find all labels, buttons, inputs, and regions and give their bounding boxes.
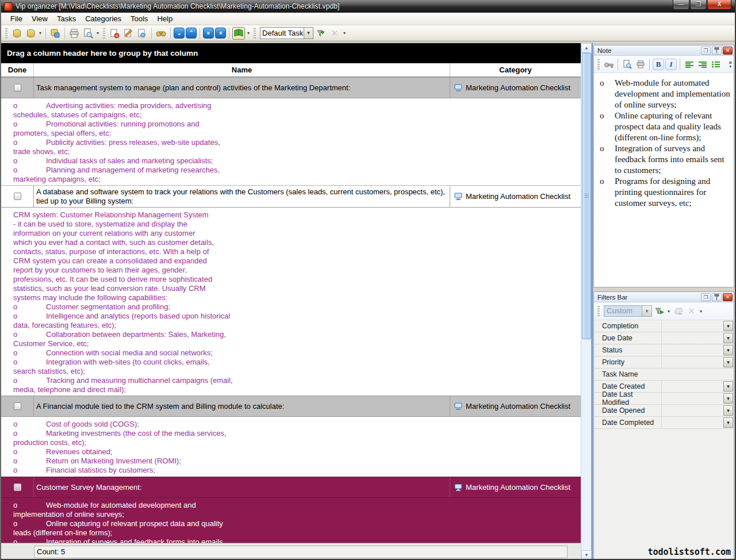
filter-value[interactable] — [662, 393, 723, 404]
filter-row-priority[interactable]: Priority ▼ — [594, 356, 734, 369]
done-checkbox[interactable] — [14, 84, 21, 91]
note-close-icon[interactable]: ✕ — [723, 47, 733, 55]
note-pin-icon[interactable] — [712, 47, 722, 55]
edit-task-icon[interactable] — [122, 27, 135, 40]
grid-vertical-scrollbar[interactable]: ▲ ▼ — [581, 43, 591, 560]
menu-view[interactable]: View — [27, 13, 52, 25]
scrollbar-thumb[interactable] — [582, 53, 591, 339]
move-top-icon[interactable]: » — [215, 28, 226, 39]
task-row[interactable]: A Financial module tied to the CRM syste… — [1, 396, 581, 417]
note-print-preview-icon[interactable] — [621, 58, 633, 70]
filter-value[interactable] — [662, 369, 734, 380]
task-name[interactable]: Customer Survey Management: — [34, 477, 450, 497]
close-button[interactable]: X — [707, 0, 731, 10]
filter-dropdown-icon[interactable]: ▼ — [723, 321, 733, 331]
note-edit-icon[interactable] — [603, 58, 615, 70]
column-header-done[interactable]: Done — [1, 63, 34, 76]
filter-row-due-date[interactable]: Due Date ▼ — [594, 332, 734, 344]
group-by-band[interactable]: Drag a column header here to group by th… — [1, 43, 581, 63]
filter-dropdown-icon[interactable]: ▼ — [723, 381, 733, 392]
filter-dropdown-icon[interactable]: ▼ — [723, 393, 733, 404]
filters-pin-icon[interactable] — [712, 293, 722, 301]
filter-value[interactable] — [662, 332, 723, 344]
filter-dropdown-icon[interactable]: ▼ — [723, 405, 733, 416]
filter-row-date-last-modified[interactable]: Date Last Modified ▼ — [594, 393, 734, 405]
align-left-icon[interactable] — [683, 58, 695, 70]
filter-value[interactable] — [662, 405, 723, 416]
print-preview-icon[interactable] — [82, 27, 94, 40]
task-category-cell[interactable]: Marketing Automation Checklist — [450, 78, 581, 98]
minimize-button[interactable]: — — [673, 0, 689, 10]
column-header-name[interactable]: Name — [34, 63, 450, 76]
move-bottom-icon[interactable]: » — [203, 28, 214, 39]
filter-row-date-completed[interactable]: Date Completed ▼ — [594, 417, 734, 429]
apply-filter-icon[interactable] — [653, 305, 665, 317]
task-name[interactable]: A Financial module tied to the CRM syste… — [34, 396, 450, 416]
apply-template-icon[interactable] — [315, 27, 327, 40]
menu-help[interactable]: Help — [152, 13, 177, 25]
notes-caret-icon[interactable]: ▾ — [247, 30, 250, 36]
filter-dropdown-icon[interactable]: ▼ — [723, 357, 733, 367]
task-category-cell[interactable]: Marketing Automation Checklist — [450, 396, 581, 416]
filters-close-icon[interactable]: ✕ — [723, 293, 733, 301]
filter-preset-value[interactable]: Custom — [604, 305, 642, 317]
open-database-icon[interactable] — [24, 27, 37, 40]
filter-value[interactable] — [662, 381, 723, 392]
notes-panel-toggle-icon[interactable] — [232, 27, 245, 40]
align-right-icon[interactable] — [696, 58, 708, 70]
move-up-icon[interactable]: ⌃ — [186, 28, 197, 39]
done-checkbox[interactable] — [14, 484, 21, 491]
task-template-dropdown-icon[interactable]: ▼ — [304, 27, 313, 39]
task-name[interactable]: A database and software system to track … — [34, 186, 450, 207]
filter-dropdown-icon[interactable]: ▼ — [723, 333, 733, 343]
bullet-list-icon[interactable] — [710, 58, 722, 70]
new-task-icon[interactable]: + — [108, 27, 121, 40]
note-print-icon[interactable] — [634, 58, 646, 70]
filters-overflow-caret-icon[interactable]: ▾ — [700, 309, 702, 314]
task-name[interactable]: Task management system to manage (plan a… — [34, 78, 450, 98]
note-restore-icon[interactable]: ❐ — [701, 47, 711, 55]
print-preview-caret-icon[interactable]: ▾ — [97, 30, 99, 36]
scroll-up-icon[interactable]: ▲ — [581, 43, 592, 53]
note-editor[interactable]: o Web-module for automated development a… — [594, 73, 734, 287]
restore-button[interactable]: ❐ — [690, 0, 707, 10]
done-checkbox[interactable] — [14, 193, 21, 200]
filter-value[interactable] — [662, 417, 723, 428]
filter-row-date-opened[interactable]: Date Opened ▼ — [594, 405, 734, 417]
new-database-icon[interactable] — [10, 27, 23, 40]
menu-file[interactable]: File — [6, 13, 27, 25]
clear-filter-icon[interactable] — [672, 305, 684, 317]
task-template-value[interactable]: Default Task — [260, 27, 304, 39]
done-checkbox[interactable] — [14, 402, 21, 410]
save-database-icon[interactable] — [49, 27, 62, 40]
column-header-category[interactable]: Category — [450, 63, 581, 76]
bold-icon[interactable]: B — [653, 59, 664, 70]
move-down-icon[interactable]: ⌄ — [174, 28, 185, 39]
filter-row-task-name[interactable]: Task Name — [594, 369, 734, 381]
apply-filter-caret-icon[interactable]: ▾ — [668, 309, 670, 314]
task-category-cell[interactable]: Marketing Automation Checklist — [450, 186, 581, 207]
task-template-combo[interactable]: Default Task ▼ — [260, 27, 313, 39]
filter-dropdown-icon[interactable]: ▼ — [723, 417, 733, 428]
note-toolbar-overflow-icon[interactable]: »▾ — [729, 60, 732, 68]
task-row[interactable]: A database and software system to track … — [1, 185, 581, 208]
menu-tools[interactable]: Tools — [126, 13, 152, 25]
task-row-selected[interactable]: Customer Survey Management: Marketing Au… — [1, 477, 581, 498]
delete-filter-icon[interactable]: ✕ — [685, 305, 697, 317]
filter-row-status[interactable]: Status ▼ — [594, 344, 734, 356]
filter-row-completion[interactable]: Completion ▼ — [594, 320, 734, 332]
task-category-cell[interactable]: Marketing Automation Checklist — [450, 477, 581, 497]
filter-dropdown-icon[interactable]: ▼ — [723, 345, 733, 355]
menu-tasks[interactable]: Tasks — [52, 13, 80, 25]
delete-template-icon[interactable]: ✕ — [328, 27, 341, 40]
filter-value[interactable] — [662, 344, 723, 356]
filter-value[interactable] — [662, 320, 723, 332]
print-icon[interactable] — [68, 27, 80, 40]
scroll-down-icon[interactable]: ▼ — [581, 550, 592, 560]
open-database-caret-icon[interactable]: ▾ — [39, 30, 41, 36]
toolbar-overflow-caret-icon[interactable]: ▾ — [343, 30, 346, 36]
filter-preset-combo[interactable]: Custom ▼ — [604, 305, 652, 317]
delete-task-icon[interactable] — [136, 27, 148, 40]
filter-preset-dropdown-icon[interactable]: ▼ — [642, 305, 652, 317]
menu-categories[interactable]: Categories — [80, 13, 126, 25]
